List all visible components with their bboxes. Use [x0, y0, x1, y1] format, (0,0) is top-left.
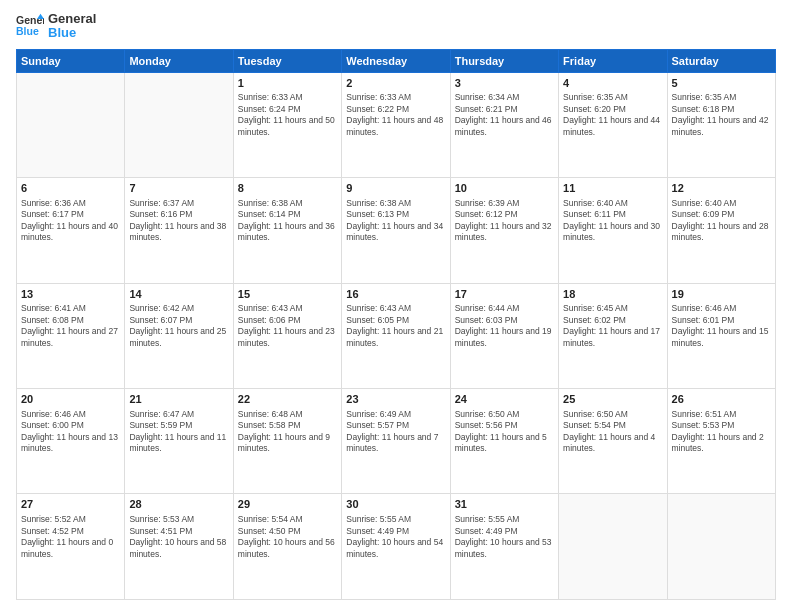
day-info: Sunrise: 5:54 AM Sunset: 4:50 PM Dayligh… [238, 514, 337, 560]
day-info: Sunrise: 6:41 AM Sunset: 6:08 PM Dayligh… [21, 303, 120, 349]
calendar-cell: 14Sunrise: 6:42 AM Sunset: 6:07 PM Dayli… [125, 283, 233, 388]
calendar-cell: 5Sunrise: 6:35 AM Sunset: 6:18 PM Daylig… [667, 72, 775, 177]
logo: General Blue General Blue [16, 12, 96, 41]
calendar-header-row: SundayMondayTuesdayWednesdayThursdayFrid… [17, 49, 776, 72]
calendar-header-thursday: Thursday [450, 49, 558, 72]
calendar-cell: 25Sunrise: 6:50 AM Sunset: 5:54 PM Dayli… [559, 389, 667, 494]
day-info: Sunrise: 6:49 AM Sunset: 5:57 PM Dayligh… [346, 409, 445, 455]
calendar-header-friday: Friday [559, 49, 667, 72]
day-info: Sunrise: 5:55 AM Sunset: 4:49 PM Dayligh… [455, 514, 554, 560]
day-number: 30 [346, 497, 445, 512]
day-number: 9 [346, 181, 445, 196]
calendar-cell: 22Sunrise: 6:48 AM Sunset: 5:58 PM Dayli… [233, 389, 341, 494]
calendar-cell: 17Sunrise: 6:44 AM Sunset: 6:03 PM Dayli… [450, 283, 558, 388]
calendar-week-3: 13Sunrise: 6:41 AM Sunset: 6:08 PM Dayli… [17, 283, 776, 388]
calendar-cell: 8Sunrise: 6:38 AM Sunset: 6:14 PM Daylig… [233, 178, 341, 283]
calendar-cell: 27Sunrise: 5:52 AM Sunset: 4:52 PM Dayli… [17, 494, 125, 600]
calendar-cell: 3Sunrise: 6:34 AM Sunset: 6:21 PM Daylig… [450, 72, 558, 177]
calendar-cell [125, 72, 233, 177]
calendar-header-tuesday: Tuesday [233, 49, 341, 72]
page: General Blue General Blue SundayMondayTu… [0, 0, 792, 612]
svg-text:Blue: Blue [16, 25, 39, 37]
day-number: 26 [672, 392, 771, 407]
day-number: 23 [346, 392, 445, 407]
day-number: 6 [21, 181, 120, 196]
calendar-cell: 20Sunrise: 6:46 AM Sunset: 6:00 PM Dayli… [17, 389, 125, 494]
day-number: 20 [21, 392, 120, 407]
day-number: 18 [563, 287, 662, 302]
day-number: 2 [346, 76, 445, 91]
day-info: Sunrise: 6:46 AM Sunset: 6:00 PM Dayligh… [21, 409, 120, 455]
header: General Blue General Blue [16, 12, 776, 41]
day-number: 14 [129, 287, 228, 302]
day-info: Sunrise: 6:38 AM Sunset: 6:13 PM Dayligh… [346, 198, 445, 244]
day-number: 25 [563, 392, 662, 407]
day-number: 3 [455, 76, 554, 91]
calendar-cell: 16Sunrise: 6:43 AM Sunset: 6:05 PM Dayli… [342, 283, 450, 388]
day-info: Sunrise: 6:33 AM Sunset: 6:22 PM Dayligh… [346, 92, 445, 138]
calendar-cell: 19Sunrise: 6:46 AM Sunset: 6:01 PM Dayli… [667, 283, 775, 388]
day-number: 19 [672, 287, 771, 302]
calendar-cell: 15Sunrise: 6:43 AM Sunset: 6:06 PM Dayli… [233, 283, 341, 388]
calendar-cell: 11Sunrise: 6:40 AM Sunset: 6:11 PM Dayli… [559, 178, 667, 283]
logo-icon: General Blue [16, 12, 44, 40]
day-info: Sunrise: 6:40 AM Sunset: 6:09 PM Dayligh… [672, 198, 771, 244]
calendar-cell [17, 72, 125, 177]
logo-text: General Blue [48, 12, 96, 41]
day-info: Sunrise: 6:47 AM Sunset: 5:59 PM Dayligh… [129, 409, 228, 455]
calendar-cell: 13Sunrise: 6:41 AM Sunset: 6:08 PM Dayli… [17, 283, 125, 388]
calendar-cell: 24Sunrise: 6:50 AM Sunset: 5:56 PM Dayli… [450, 389, 558, 494]
day-info: Sunrise: 5:52 AM Sunset: 4:52 PM Dayligh… [21, 514, 120, 560]
calendar-header-monday: Monday [125, 49, 233, 72]
calendar-cell: 28Sunrise: 5:53 AM Sunset: 4:51 PM Dayli… [125, 494, 233, 600]
day-info: Sunrise: 6:35 AM Sunset: 6:20 PM Dayligh… [563, 92, 662, 138]
day-number: 27 [21, 497, 120, 512]
calendar-cell: 4Sunrise: 6:35 AM Sunset: 6:20 PM Daylig… [559, 72, 667, 177]
calendar-cell: 18Sunrise: 6:45 AM Sunset: 6:02 PM Dayli… [559, 283, 667, 388]
calendar-cell: 29Sunrise: 5:54 AM Sunset: 4:50 PM Dayli… [233, 494, 341, 600]
day-info: Sunrise: 6:42 AM Sunset: 6:07 PM Dayligh… [129, 303, 228, 349]
calendar-table: SundayMondayTuesdayWednesdayThursdayFrid… [16, 49, 776, 600]
day-number: 13 [21, 287, 120, 302]
day-info: Sunrise: 6:43 AM Sunset: 6:05 PM Dayligh… [346, 303, 445, 349]
calendar-cell: 23Sunrise: 6:49 AM Sunset: 5:57 PM Dayli… [342, 389, 450, 494]
calendar-cell: 2Sunrise: 6:33 AM Sunset: 6:22 PM Daylig… [342, 72, 450, 177]
day-number: 31 [455, 497, 554, 512]
day-info: Sunrise: 6:36 AM Sunset: 6:17 PM Dayligh… [21, 198, 120, 244]
calendar-cell: 9Sunrise: 6:38 AM Sunset: 6:13 PM Daylig… [342, 178, 450, 283]
day-info: Sunrise: 6:43 AM Sunset: 6:06 PM Dayligh… [238, 303, 337, 349]
day-info: Sunrise: 6:35 AM Sunset: 6:18 PM Dayligh… [672, 92, 771, 138]
calendar-week-5: 27Sunrise: 5:52 AM Sunset: 4:52 PM Dayli… [17, 494, 776, 600]
calendar-cell [559, 494, 667, 600]
day-info: Sunrise: 6:48 AM Sunset: 5:58 PM Dayligh… [238, 409, 337, 455]
day-number: 1 [238, 76, 337, 91]
day-number: 16 [346, 287, 445, 302]
day-info: Sunrise: 6:50 AM Sunset: 5:54 PM Dayligh… [563, 409, 662, 455]
day-info: Sunrise: 5:53 AM Sunset: 4:51 PM Dayligh… [129, 514, 228, 560]
day-number: 7 [129, 181, 228, 196]
day-info: Sunrise: 6:51 AM Sunset: 5:53 PM Dayligh… [672, 409, 771, 455]
day-info: Sunrise: 6:50 AM Sunset: 5:56 PM Dayligh… [455, 409, 554, 455]
day-number: 29 [238, 497, 337, 512]
calendar-cell: 12Sunrise: 6:40 AM Sunset: 6:09 PM Dayli… [667, 178, 775, 283]
day-info: Sunrise: 6:33 AM Sunset: 6:24 PM Dayligh… [238, 92, 337, 138]
calendar-cell: 10Sunrise: 6:39 AM Sunset: 6:12 PM Dayli… [450, 178, 558, 283]
calendar-cell: 1Sunrise: 6:33 AM Sunset: 6:24 PM Daylig… [233, 72, 341, 177]
day-number: 22 [238, 392, 337, 407]
day-number: 10 [455, 181, 554, 196]
day-info: Sunrise: 5:55 AM Sunset: 4:49 PM Dayligh… [346, 514, 445, 560]
day-number: 21 [129, 392, 228, 407]
calendar-week-4: 20Sunrise: 6:46 AM Sunset: 6:00 PM Dayli… [17, 389, 776, 494]
day-info: Sunrise: 6:46 AM Sunset: 6:01 PM Dayligh… [672, 303, 771, 349]
day-number: 28 [129, 497, 228, 512]
calendar-header-sunday: Sunday [17, 49, 125, 72]
day-number: 12 [672, 181, 771, 196]
calendar-cell: 7Sunrise: 6:37 AM Sunset: 6:16 PM Daylig… [125, 178, 233, 283]
calendar-header-wednesday: Wednesday [342, 49, 450, 72]
day-info: Sunrise: 6:45 AM Sunset: 6:02 PM Dayligh… [563, 303, 662, 349]
day-number: 11 [563, 181, 662, 196]
calendar-cell: 30Sunrise: 5:55 AM Sunset: 4:49 PM Dayli… [342, 494, 450, 600]
calendar-cell: 6Sunrise: 6:36 AM Sunset: 6:17 PM Daylig… [17, 178, 125, 283]
day-number: 17 [455, 287, 554, 302]
day-info: Sunrise: 6:44 AM Sunset: 6:03 PM Dayligh… [455, 303, 554, 349]
